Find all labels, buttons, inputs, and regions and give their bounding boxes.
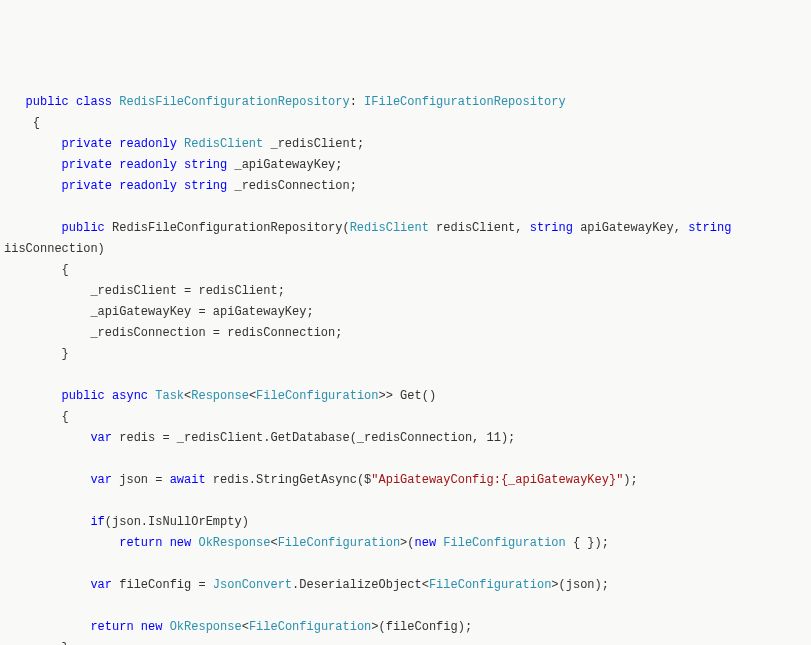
code-token: IFileConfigurationRepository	[364, 95, 566, 109]
code-token: public	[26, 95, 69, 109]
code-line: }	[4, 638, 807, 645]
code-token	[177, 179, 184, 193]
code-token: new	[141, 620, 163, 634]
code-token: var	[90, 431, 112, 445]
code-token: readonly	[119, 179, 177, 193]
code-token: <	[249, 389, 256, 403]
code-token: readonly	[119, 158, 177, 172]
code-token: OkResponse	[170, 620, 242, 634]
code-token	[4, 431, 90, 445]
code-token: >> Get()	[379, 389, 437, 403]
code-token: var	[90, 473, 112, 487]
code-token: FileConfiguration	[256, 389, 378, 403]
code-token: _apiGatewayKey = apiGatewayKey;	[4, 305, 314, 319]
code-token: }	[4, 641, 69, 645]
code-token: FileConfiguration	[429, 578, 551, 592]
code-token: "ApiGatewayConfig:{_apiGatewayKey}"	[371, 473, 623, 487]
code-line: if(json.IsNullOrEmpty)	[4, 512, 807, 533]
code-token: apiGatewayKey,	[573, 221, 688, 235]
code-token	[134, 620, 141, 634]
code-line: private readonly string _redisConnection…	[4, 176, 807, 197]
code-token: if	[90, 515, 104, 529]
code-token: string	[184, 158, 227, 172]
code-token	[4, 158, 62, 172]
code-token: JsonConvert	[213, 578, 292, 592]
code-token	[162, 536, 169, 550]
code-token: (json.IsNullOrEmpty)	[105, 515, 249, 529]
code-token: return	[119, 536, 162, 550]
code-token: redisClient,	[429, 221, 530, 235]
code-token: string	[530, 221, 573, 235]
code-token: iisConnection)	[4, 242, 105, 256]
code-token	[162, 620, 169, 634]
code-line	[4, 491, 807, 512]
code-line	[4, 365, 807, 386]
code-line: var fileConfig = JsonConvert.Deserialize…	[4, 575, 807, 596]
code-line: iisConnection)	[4, 239, 807, 260]
code-line: private readonly string _apiGatewayKey;	[4, 155, 807, 176]
code-line: {	[4, 113, 807, 134]
code-token: {	[4, 410, 69, 424]
code-token	[4, 179, 62, 193]
code-token: async	[112, 389, 148, 403]
code-token: );	[623, 473, 637, 487]
code-line	[4, 554, 807, 575]
code-token	[177, 137, 184, 151]
code-line: {	[4, 260, 807, 281]
code-token: >(fileConfig);	[371, 620, 472, 634]
code-token: private	[62, 179, 112, 193]
code-token	[4, 389, 62, 403]
code-token: _redisConnection;	[227, 179, 357, 193]
code-token: public	[62, 221, 105, 235]
code-token: <	[270, 536, 277, 550]
code-token: Response	[191, 389, 249, 403]
code-token: >(json);	[551, 578, 609, 592]
code-line: public async Task<Response<FileConfigura…	[4, 386, 807, 407]
code-token: { });	[566, 536, 609, 550]
code-line: return new OkResponse<FileConfiguration>…	[4, 533, 807, 554]
code-token: fileConfig =	[112, 578, 213, 592]
code-token	[4, 515, 90, 529]
code-token: redis.StringGetAsync($	[206, 473, 372, 487]
code-token: FileConfiguration	[278, 536, 400, 550]
code-token: FileConfiguration	[249, 620, 371, 634]
code-token	[69, 95, 76, 109]
code-line	[4, 197, 807, 218]
code-token	[731, 221, 738, 235]
code-token: private	[62, 137, 112, 151]
code-token	[4, 95, 26, 109]
code-block: public class RedisFileConfigurationRepos…	[4, 92, 807, 645]
code-token: _redisClient = redisClient;	[4, 284, 285, 298]
code-line: return new OkResponse<FileConfiguration>…	[4, 617, 807, 638]
code-token: OkResponse	[198, 536, 270, 550]
code-token	[4, 620, 90, 634]
code-token	[177, 158, 184, 172]
code-token: return	[90, 620, 133, 634]
code-line	[4, 596, 807, 617]
code-line: }	[4, 344, 807, 365]
code-token: .DeserializeObject<	[292, 578, 429, 592]
code-token: }	[4, 347, 69, 361]
code-line: _apiGatewayKey = apiGatewayKey;	[4, 302, 807, 323]
code-token: RedisFileConfigurationRepository(	[105, 221, 350, 235]
code-token: readonly	[119, 137, 177, 151]
code-token: _redisConnection = redisConnection;	[4, 326, 342, 340]
code-line: public class RedisFileConfigurationRepos…	[4, 92, 807, 113]
code-line: _redisConnection = redisConnection;	[4, 323, 807, 344]
code-line: var redis = _redisClient.GetDatabase(_re…	[4, 428, 807, 449]
code-token: RedisClient	[184, 137, 263, 151]
code-token: :	[350, 95, 364, 109]
code-token: redis = _redisClient.GetDatabase(_redisC…	[112, 431, 515, 445]
code-token: >(	[400, 536, 414, 550]
code-line: {	[4, 407, 807, 428]
code-token: <	[242, 620, 249, 634]
code-token	[4, 578, 90, 592]
code-token: RedisFileConfigurationRepository	[119, 95, 349, 109]
code-line	[4, 449, 807, 470]
code-token: _redisClient;	[263, 137, 364, 151]
code-token: public	[62, 389, 105, 403]
code-token: new	[415, 536, 437, 550]
code-token: {	[4, 263, 69, 277]
code-token	[105, 389, 112, 403]
code-token: {	[4, 116, 40, 130]
